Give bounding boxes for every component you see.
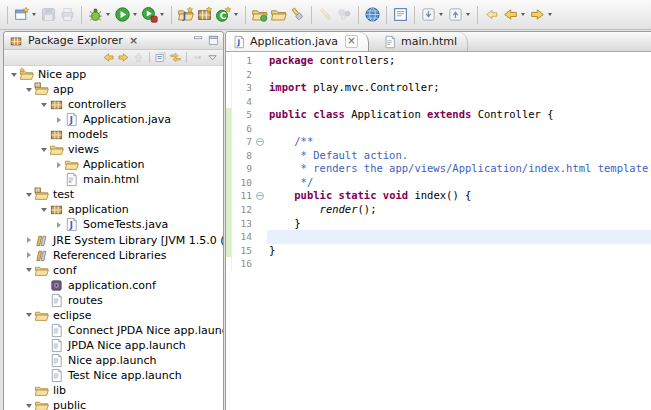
expander-expanded-icon[interactable] bbox=[23, 193, 34, 197]
tree-item[interactable]: app bbox=[4, 82, 223, 97]
code-line[interactable]: 14 bbox=[226, 230, 651, 244]
minimize-button[interactable] bbox=[192, 34, 205, 47]
code-text[interactable]: */ bbox=[267, 176, 651, 190]
expander-expanded-icon[interactable] bbox=[38, 208, 49, 212]
tree-item[interactable]: JRE System Library [JVM 1.5.0 (Mac bbox=[4, 233, 223, 248]
tree-item[interactable]: Connect JPDA Nice app.launch bbox=[4, 323, 223, 338]
new-package-button[interactable] bbox=[195, 4, 214, 26]
tree-item[interactable]: lib bbox=[4, 383, 223, 398]
code-line[interactable]: 4 bbox=[226, 95, 651, 109]
dropdown-arrow-icon[interactable] bbox=[548, 13, 552, 16]
dropdown-arrow-icon[interactable] bbox=[160, 13, 164, 16]
code-line[interactable]: 7− /** bbox=[226, 135, 651, 149]
expander-collapsed-icon[interactable] bbox=[53, 222, 64, 228]
tab-application-java[interactable]: J Application.java × bbox=[226, 32, 369, 51]
code-line[interactable]: 8 * Default action. bbox=[226, 149, 651, 163]
code-text[interactable]: public static void index() { bbox=[267, 189, 651, 203]
code-line[interactable]: 2 bbox=[226, 68, 651, 82]
dropdown-arrow-icon[interactable] bbox=[521, 13, 525, 16]
link-with-editor-button[interactable] bbox=[169, 51, 182, 64]
run-external-button[interactable] bbox=[140, 4, 167, 26]
tree-item[interactable]: JApplication.java bbox=[4, 112, 223, 127]
new-class-button[interactable]: C bbox=[214, 4, 241, 26]
code-line[interactable]: 11− public static void index() { bbox=[226, 189, 651, 203]
code-line[interactable]: 13 } bbox=[226, 217, 651, 231]
tab-main-html[interactable]: main.html bbox=[377, 32, 468, 51]
tree-item[interactable]: public bbox=[4, 398, 223, 410]
expander-collapsed-icon[interactable] bbox=[23, 237, 34, 243]
code-editor[interactable]: 1package controllers;23import play.mvc.C… bbox=[226, 52, 651, 410]
expander-expanded-icon[interactable] bbox=[8, 73, 19, 77]
forward-button[interactable] bbox=[528, 4, 555, 26]
close-tab-icon[interactable]: × bbox=[345, 35, 358, 48]
tree-item[interactable]: test bbox=[4, 187, 223, 202]
prev-annotation-button[interactable] bbox=[446, 4, 473, 26]
new-button[interactable] bbox=[12, 4, 39, 26]
search-button[interactable] bbox=[288, 4, 307, 26]
tree-item[interactable]: Nice app.launch bbox=[4, 353, 223, 368]
code-text[interactable]: /** bbox=[267, 135, 651, 149]
code-text[interactable]: } bbox=[267, 217, 651, 231]
code-text[interactable]: * Default action. bbox=[267, 149, 651, 163]
code-line[interactable]: 1package controllers; bbox=[226, 54, 651, 68]
fold-collapse-icon[interactable]: − bbox=[256, 138, 264, 146]
tree-item[interactable]: Referenced Libraries bbox=[4, 248, 223, 263]
new-java-project-button[interactable]: J bbox=[176, 4, 195, 26]
tree-item[interactable]: JPDA Nice app.launch bbox=[4, 338, 223, 353]
code-text[interactable] bbox=[267, 95, 651, 109]
dropdown-arrow-icon[interactable] bbox=[234, 13, 238, 16]
dropdown-arrow-icon[interactable] bbox=[32, 13, 36, 16]
tree-item[interactable]: models bbox=[4, 127, 223, 142]
code-text[interactable]: import play.mvc.Controller; bbox=[267, 81, 651, 95]
web-browser-button[interactable] bbox=[363, 4, 382, 26]
code-text[interactable]: * renders the app/views/Application/inde… bbox=[267, 162, 651, 176]
code-line[interactable]: 15} bbox=[226, 244, 651, 258]
expander-collapsed-icon[interactable] bbox=[53, 162, 64, 168]
run-button[interactable] bbox=[113, 4, 140, 26]
tree-item[interactable]: conf bbox=[4, 263, 223, 278]
tree-item[interactable]: application bbox=[4, 202, 223, 217]
open-resource-button[interactable] bbox=[250, 4, 269, 26]
code-line[interactable]: 3import play.mvc.Controller; bbox=[226, 81, 651, 95]
package-explorer-tab[interactable]: Package Explorer × bbox=[9, 32, 138, 49]
debug-button[interactable] bbox=[86, 4, 113, 26]
expander-collapsed-icon[interactable] bbox=[53, 117, 64, 123]
code-line[interactable]: 9 * renders the app/views/Application/in… bbox=[226, 162, 651, 176]
expander-expanded-icon[interactable] bbox=[38, 148, 49, 152]
last-edit-location-button[interactable] bbox=[482, 4, 501, 26]
dropdown-arrow-icon[interactable] bbox=[133, 13, 137, 16]
expander-expanded-icon[interactable] bbox=[23, 88, 34, 92]
tree-item[interactable]: Application bbox=[4, 157, 223, 172]
expander-expanded-icon[interactable] bbox=[23, 404, 34, 408]
code-text[interactable] bbox=[267, 122, 651, 136]
collapse-all-button[interactable] bbox=[154, 51, 167, 64]
back-small-button[interactable] bbox=[102, 51, 115, 64]
next-annotation-button[interactable] bbox=[419, 4, 446, 26]
tree-item[interactable]: routes bbox=[4, 293, 223, 308]
forward-small-button[interactable] bbox=[117, 51, 130, 64]
tree-item[interactable]: main.html bbox=[4, 172, 223, 187]
code-line[interactable]: 10 */ bbox=[226, 176, 651, 190]
code-line[interactable]: 12 render(); bbox=[226, 203, 651, 217]
fold-collapse-icon[interactable]: − bbox=[256, 192, 264, 200]
expander-expanded-icon[interactable] bbox=[38, 103, 49, 107]
console-button[interactable] bbox=[391, 4, 410, 26]
code-text[interactable]: render(); bbox=[267, 203, 651, 217]
maximize-button[interactable] bbox=[207, 34, 220, 47]
dropdown-arrow-icon[interactable] bbox=[106, 13, 110, 16]
close-view-icon[interactable]: × bbox=[129, 34, 138, 47]
code-text[interactable] bbox=[267, 230, 651, 244]
tree-item[interactable]: JSomeTests.java bbox=[4, 217, 223, 232]
dropdown-arrow-icon[interactable] bbox=[439, 13, 443, 16]
tree-item[interactable]: Test Nice app.launch bbox=[4, 368, 223, 383]
code-text[interactable]: } bbox=[267, 244, 651, 258]
code-line[interactable]: 6 bbox=[226, 122, 651, 136]
code-text[interactable]: public class Application extends Control… bbox=[267, 108, 651, 122]
tree-item[interactable]: eclipse bbox=[4, 308, 223, 323]
tree-item[interactable]: views bbox=[4, 142, 223, 157]
view-menu-button[interactable] bbox=[206, 51, 219, 64]
expander-expanded-icon[interactable] bbox=[23, 313, 34, 317]
code-text[interactable]: package controllers; bbox=[267, 54, 651, 68]
code-text[interactable] bbox=[267, 68, 651, 82]
code-line[interactable]: 5public class Application extends Contro… bbox=[226, 108, 651, 122]
